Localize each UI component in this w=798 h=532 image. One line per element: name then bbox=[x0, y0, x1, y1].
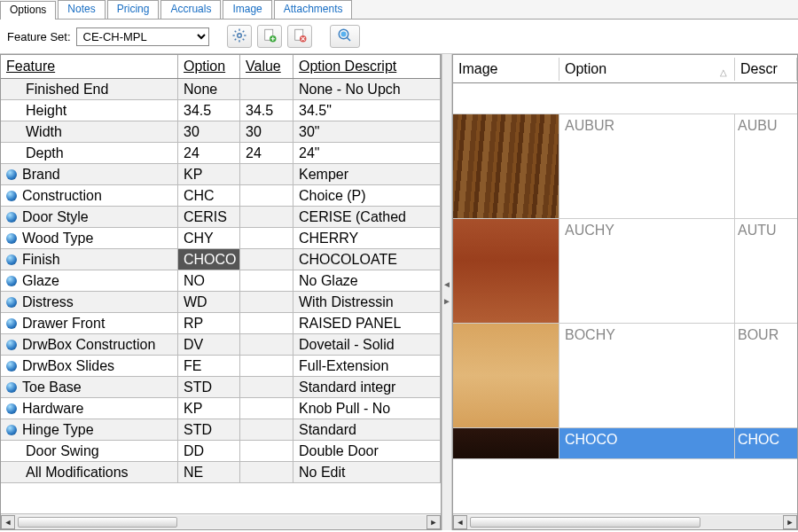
image-row[interactable]: BOCHYBOUR bbox=[453, 324, 797, 428]
option-cell[interactable]: FE bbox=[178, 356, 240, 376]
globe-icon bbox=[6, 297, 17, 308]
table-row[interactable]: ConstructionCHCChoice (P) bbox=[1, 185, 441, 207]
delete-document-button[interactable] bbox=[287, 25, 312, 48]
table-row[interactable]: HardwareKPKnob Pull - No bbox=[1, 398, 441, 419]
value-cell[interactable] bbox=[240, 185, 293, 206]
rcol-image[interactable]: Image bbox=[453, 58, 559, 81]
value-cell[interactable] bbox=[240, 462, 293, 482]
desc-cell: Full-Extension bbox=[293, 356, 441, 376]
horizontal-scrollbar[interactable]: ◄ ► bbox=[1, 513, 441, 529]
option-cell[interactable]: STD bbox=[178, 377, 240, 397]
option-cell[interactable]: NE bbox=[178, 462, 240, 482]
table-row[interactable]: Width303030" bbox=[1, 121, 441, 143]
feature-set-select[interactable]: CE-CH-MPL bbox=[76, 27, 209, 46]
option-cell[interactable]: CHC bbox=[178, 185, 240, 206]
add-document-button[interactable] bbox=[257, 25, 282, 48]
feature-cell: Construction bbox=[1, 185, 178, 206]
table-row[interactable]: DrwBox ConstructionDVDovetail - Solid bbox=[1, 334, 441, 356]
option-cell[interactable]: KP bbox=[178, 398, 240, 419]
value-cell[interactable] bbox=[240, 313, 293, 333]
image-row[interactable]: CHOCOCHOC bbox=[453, 428, 797, 459]
table-row[interactable]: DrwBox SlidesFEFull-Extension bbox=[1, 356, 441, 377]
splitter-right-icon: ► bbox=[442, 296, 451, 306]
table-row[interactable]: Wood TypeCHYCHERRY bbox=[1, 228, 441, 249]
value-cell[interactable] bbox=[240, 164, 293, 184]
globe-icon bbox=[6, 212, 17, 223]
option-cell[interactable]: RP bbox=[178, 313, 240, 333]
option-cell[interactable]: 24 bbox=[178, 143, 240, 163]
value-cell[interactable] bbox=[240, 292, 293, 312]
image-grid-filter-row[interactable] bbox=[453, 83, 797, 114]
value-cell[interactable] bbox=[240, 79, 293, 99]
option-cell[interactable]: DD bbox=[178, 441, 240, 461]
value-cell[interactable] bbox=[240, 270, 293, 291]
tab-pricing[interactable]: Pricing bbox=[107, 0, 160, 19]
pane-splitter[interactable]: ◄ ► bbox=[442, 54, 452, 530]
table-row[interactable]: Door SwingDDDouble Door bbox=[1, 441, 441, 462]
value-cell[interactable] bbox=[240, 419, 293, 440]
tab-attachments[interactable]: Attachments bbox=[274, 0, 353, 19]
table-row[interactable]: DistressWDWith Distressin bbox=[1, 292, 441, 313]
option-cell[interactable]: NO bbox=[178, 270, 240, 291]
table-row[interactable]: FinishCHOCOCHOCOLOATE bbox=[1, 249, 441, 270]
option-cell[interactable]: WD bbox=[178, 292, 240, 312]
feature-cell: DrwBox Construction bbox=[1, 334, 178, 355]
value-cell[interactable] bbox=[240, 377, 293, 397]
table-row[interactable]: Height34.534.534.5" bbox=[1, 100, 441, 121]
option-cell[interactable]: 30 bbox=[178, 121, 240, 142]
table-row[interactable]: Depth242424" bbox=[1, 143, 441, 164]
value-cell[interactable]: 24 bbox=[240, 143, 293, 163]
scroll-right-icon[interactable]: ► bbox=[426, 515, 441, 529]
desc-cell: 30" bbox=[293, 121, 441, 142]
value-cell[interactable] bbox=[240, 228, 293, 248]
image-row[interactable]: AUBURAUBU bbox=[453, 114, 797, 219]
option-cell[interactable]: CHOCO bbox=[178, 249, 240, 270]
col-feature[interactable]: Feature bbox=[1, 55, 178, 78]
value-cell[interactable] bbox=[240, 207, 293, 227]
option-cell[interactable]: DV bbox=[178, 334, 240, 355]
settings-button[interactable] bbox=[227, 25, 252, 48]
value-cell[interactable] bbox=[240, 334, 293, 355]
value-cell[interactable]: 34.5 bbox=[240, 100, 293, 121]
table-row[interactable]: All ModificationsNENo Edit bbox=[1, 462, 441, 483]
globe-icon bbox=[6, 425, 17, 435]
scroll-left-icon[interactable]: ◄ bbox=[1, 515, 15, 529]
option-cell[interactable]: None bbox=[178, 79, 240, 99]
option-cell[interactable]: STD bbox=[178, 419, 240, 440]
col-option[interactable]: Option bbox=[178, 55, 240, 78]
scroll-left-icon[interactable]: ◄ bbox=[453, 515, 467, 529]
horizontal-scrollbar-right[interactable]: ◄ ► bbox=[453, 513, 797, 529]
rcol-option[interactable]: Option△ bbox=[559, 58, 735, 81]
desc-cell: CHERRY bbox=[293, 228, 441, 248]
value-cell[interactable] bbox=[240, 249, 293, 270]
rcol-desc[interactable]: Descr bbox=[735, 58, 797, 81]
option-cell[interactable]: CERIS bbox=[178, 207, 240, 227]
preview-button[interactable] bbox=[330, 25, 360, 48]
table-row[interactable]: Hinge TypeSTDStandard bbox=[1, 419, 441, 441]
value-cell[interactable] bbox=[240, 356, 293, 376]
table-row[interactable]: BrandKPKemper bbox=[1, 164, 441, 185]
scroll-right-icon[interactable]: ► bbox=[783, 515, 797, 529]
tab-image[interactable]: Image bbox=[223, 0, 271, 19]
tab-accruals[interactable]: Accruals bbox=[160, 0, 221, 19]
option-cell[interactable]: KP bbox=[178, 164, 240, 184]
gear-icon bbox=[231, 27, 247, 46]
col-desc[interactable]: Option Descript bbox=[293, 55, 441, 78]
feature-cell: Hardware bbox=[1, 398, 178, 419]
image-desc-cell: AUBU bbox=[735, 114, 797, 218]
table-row[interactable]: Finished EndNoneNone - No Upch bbox=[1, 79, 441, 100]
col-value[interactable]: Value bbox=[240, 55, 293, 78]
tab-notes[interactable]: Notes bbox=[58, 0, 105, 19]
value-cell[interactable]: 30 bbox=[240, 121, 293, 142]
value-cell[interactable] bbox=[240, 398, 293, 419]
table-row[interactable]: Toe BaseSTDStandard integr bbox=[1, 377, 441, 398]
table-row[interactable]: Door StyleCERISCERISE (Cathed bbox=[1, 207, 441, 228]
tab-options[interactable]: Options bbox=[0, 1, 56, 20]
image-row[interactable]: AUCHYAUTU bbox=[453, 219, 797, 324]
desc-cell: No Glaze bbox=[293, 270, 441, 291]
option-cell[interactable]: 34.5 bbox=[178, 100, 240, 121]
value-cell[interactable] bbox=[240, 441, 293, 461]
option-cell[interactable]: CHY bbox=[178, 228, 240, 248]
table-row[interactable]: GlazeNONo Glaze bbox=[1, 270, 441, 292]
table-row[interactable]: Drawer FrontRPRAISED PANEL bbox=[1, 313, 441, 334]
